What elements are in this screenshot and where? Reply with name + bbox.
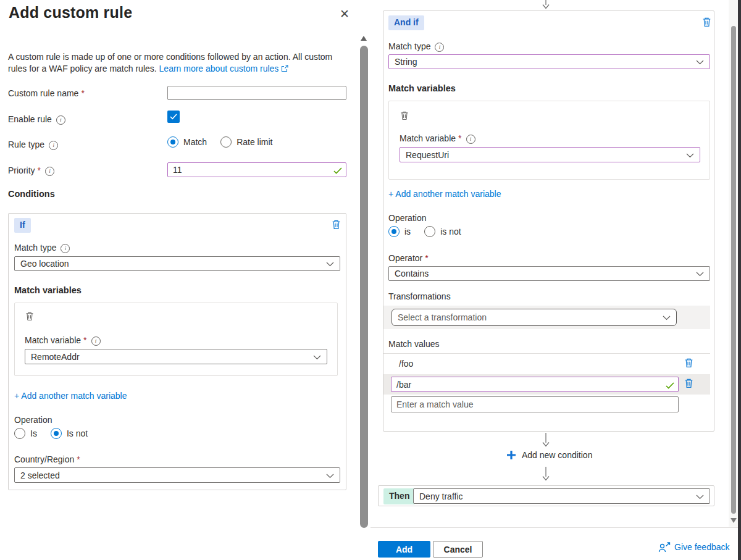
operator-label: Operator* bbox=[388, 253, 429, 263]
radio-is-not[interactable] bbox=[51, 428, 62, 439]
cancel-button[interactable]: Cancel bbox=[433, 541, 483, 558]
chevron-down-icon bbox=[663, 312, 671, 322]
match-variable-select[interactable]: RemoteAddr bbox=[25, 349, 327, 364]
custom-rule-name-label-text: Custom rule name bbox=[8, 88, 78, 98]
required-marker: * bbox=[458, 133, 461, 143]
right-scrollbar-thumb[interactable] bbox=[731, 26, 736, 514]
country-region-label: Country/Region* bbox=[14, 454, 80, 464]
country-region-label-text: Country/Region bbox=[14, 454, 74, 464]
custom-rule-name-label: Custom rule name* bbox=[8, 88, 85, 98]
required-marker: * bbox=[83, 335, 86, 345]
learn-more-link[interactable]: Learn more about custom rules bbox=[159, 64, 279, 73]
delete-variable-icon[interactable] bbox=[25, 311, 35, 321]
match-variable-label-text: Match variable bbox=[400, 133, 456, 143]
page-title: Add custom rule bbox=[9, 4, 132, 22]
rule-type-label-text: Rule type bbox=[8, 140, 44, 149]
match-variable-card: Match variable*i RemoteAddr bbox=[14, 303, 338, 376]
enable-rule-checkbox[interactable] bbox=[167, 111, 180, 123]
scrollbar-up-arrow[interactable] bbox=[361, 36, 367, 41]
operator-value: Contains bbox=[395, 269, 429, 278]
transformation-placeholder: Select a transformation bbox=[398, 312, 487, 322]
match-type-select[interactable]: String bbox=[388, 54, 710, 69]
priority-label-text: Priority bbox=[8, 165, 35, 175]
feedback-icon bbox=[658, 541, 671, 553]
operator-select[interactable]: Contains bbox=[388, 266, 710, 281]
match-variables-heading: Match variables bbox=[388, 83, 456, 93]
country-region-value: 2 selected bbox=[20, 470, 60, 480]
operator-label-text: Operator bbox=[388, 253, 422, 263]
chevron-down-icon bbox=[326, 259, 334, 269]
left-scrollbar-thumb[interactable] bbox=[360, 46, 368, 528]
close-icon[interactable]: ✕ bbox=[340, 7, 350, 21]
action-select[interactable]: Deny traffic bbox=[413, 488, 710, 504]
info-icon[interactable]: i bbox=[49, 141, 58, 150]
delete-condition-icon[interactable] bbox=[701, 17, 712, 27]
and-if-chip: And if bbox=[388, 15, 424, 30]
add-new-condition-button[interactable]: Add new condition bbox=[506, 450, 592, 460]
operation-radio-group: Is Is not bbox=[14, 428, 101, 439]
operation-label: Operation bbox=[388, 213, 426, 223]
radio-is[interactable] bbox=[14, 428, 25, 439]
priority-input[interactable] bbox=[167, 162, 346, 177]
transformation-select[interactable]: Select a transformation bbox=[391, 309, 677, 326]
match-type-value: Geo location bbox=[20, 259, 69, 269]
match-value-input[interactable] bbox=[391, 377, 679, 392]
delete-condition-icon[interactable] bbox=[331, 219, 341, 230]
chevron-down-icon bbox=[696, 269, 704, 278]
delete-value-icon[interactable] bbox=[684, 357, 694, 368]
radio-is[interactable] bbox=[388, 226, 400, 237]
match-type-select[interactable]: Geo location bbox=[14, 256, 340, 271]
window-edge bbox=[738, 0, 741, 560]
match-type-label-text: Match type bbox=[14, 243, 56, 253]
info-icon[interactable]: i bbox=[61, 244, 70, 253]
match-type-label-text: Match type bbox=[388, 41, 430, 51]
flow-arrow-icon bbox=[542, 433, 550, 447]
scrollbar-down-arrow[interactable] bbox=[731, 518, 737, 523]
match-type-value: String bbox=[395, 57, 417, 67]
delete-value-icon[interactable] bbox=[684, 378, 694, 388]
external-link-icon bbox=[281, 65, 288, 72]
info-icon[interactable]: i bbox=[435, 43, 444, 52]
plus-icon bbox=[506, 450, 516, 460]
info-icon[interactable]: i bbox=[45, 167, 54, 176]
match-variable-value: RequestUri bbox=[406, 150, 449, 160]
radio-match[interactable] bbox=[167, 136, 178, 148]
add-button[interactable]: Add bbox=[378, 541, 430, 558]
match-variables-heading: Match variables bbox=[14, 285, 82, 295]
info-icon[interactable]: i bbox=[466, 135, 475, 144]
info-icon[interactable]: i bbox=[91, 336, 101, 346]
delete-variable-icon[interactable] bbox=[400, 111, 409, 120]
transformations-label: Transformations bbox=[388, 291, 451, 301]
if-chip: If bbox=[14, 218, 31, 233]
radio-rate-limit[interactable] bbox=[220, 136, 232, 148]
add-match-variable-link[interactable]: + Add another match variable bbox=[388, 189, 501, 199]
check-icon bbox=[170, 114, 177, 120]
flow-arrow-icon bbox=[542, 467, 550, 481]
rule-type-radio-group: Match Rate limit bbox=[167, 136, 286, 148]
chevron-down-icon bbox=[696, 57, 704, 67]
radio-is-not-label: Is not bbox=[67, 428, 88, 438]
chevron-down-icon bbox=[313, 352, 321, 362]
radio-is-not[interactable] bbox=[424, 226, 435, 237]
operation-label: Operation bbox=[14, 415, 52, 425]
required-marker: * bbox=[77, 454, 80, 464]
flow-arrow-icon bbox=[542, 0, 550, 9]
match-variable-label: Match variable*i bbox=[400, 133, 475, 144]
enable-rule-label: Enable rulei bbox=[8, 114, 65, 125]
operation-radio-group: is is not bbox=[388, 226, 475, 237]
match-variable-card: Match variable*i RequestUri bbox=[388, 101, 710, 180]
country-region-select[interactable]: 2 selected bbox=[14, 467, 340, 483]
give-feedback-link[interactable]: Give feedback bbox=[658, 541, 730, 553]
match-variable-select[interactable]: RequestUri bbox=[400, 147, 700, 162]
match-type-label: Match typei bbox=[388, 41, 444, 52]
custom-rule-name-input[interactable] bbox=[167, 86, 346, 100]
radio-is-label: is bbox=[404, 227, 411, 236]
info-icon[interactable]: i bbox=[56, 115, 65, 125]
priority-label: Priority*i bbox=[8, 165, 54, 176]
new-match-value-input[interactable] bbox=[391, 396, 679, 412]
radio-rate-limit-label: Rate limit bbox=[237, 137, 272, 147]
radio-match-label: Match bbox=[183, 137, 207, 147]
radio-is-not-label: is not bbox=[440, 227, 461, 236]
add-match-variable-link[interactable]: + Add another match variable bbox=[14, 391, 127, 401]
valid-check-icon bbox=[666, 382, 674, 389]
